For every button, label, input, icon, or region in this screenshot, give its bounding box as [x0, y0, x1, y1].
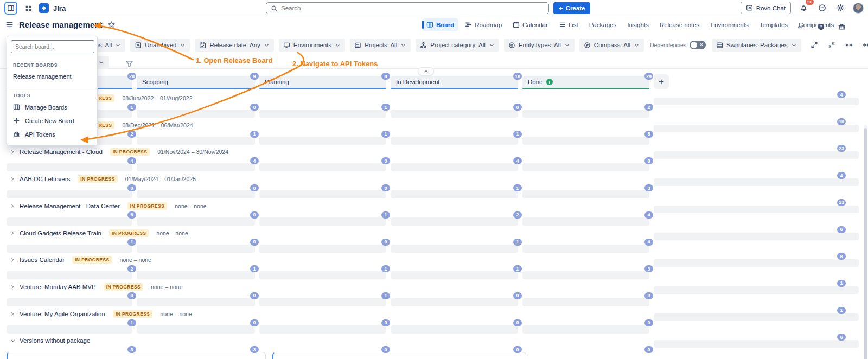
chevron-right-icon[interactable] — [10, 149, 18, 155]
chevron-right-icon[interactable] — [10, 230, 18, 236]
menu-item-manage-boards[interactable]: Manage Boards — [7, 100, 97, 114]
filter-release-date-any[interactable]: Release date: Any — [195, 39, 273, 52]
api-bank-button[interactable] — [835, 21, 847, 33]
board-columns-icon — [13, 104, 20, 111]
narrow-columns-button[interactable] — [860, 39, 868, 51]
row-title[interactable]: Cloud Gadgets Release TrainIN PROGRESSno… — [0, 227, 188, 239]
version-card[interactable] — [7, 352, 266, 359]
tab-packages[interactable]: Packages — [585, 19, 621, 31]
tab-environments[interactable]: Environments — [706, 19, 752, 31]
tab-calendar[interactable]: Calendar — [508, 18, 552, 31]
question-circle-button[interactable]: ? — [815, 21, 827, 33]
release-board: + 20Scopping9Planning8In Development10Do… — [0, 54, 868, 359]
board-filter-button[interactable] — [123, 57, 135, 69]
favorite-star-icon[interactable] — [107, 21, 116, 29]
lane-count-badge: 2 — [513, 211, 522, 219]
notifications-button[interactable]: 9+ — [797, 2, 809, 14]
vertical-scrollbar[interactable] — [864, 125, 867, 359]
tab-list[interactable]: List — [554, 18, 583, 31]
funnel-icon — [125, 60, 133, 68]
version-card[interactable] — [272, 352, 526, 359]
lane-count-badge: 1 — [381, 211, 390, 219]
filter-entity-types-all[interactable]: Entity types: All — [504, 39, 575, 52]
column-header-done[interactable]: Donei — [522, 76, 649, 88]
filter-compass-all[interactable]: Compass: All — [579, 39, 644, 52]
row-title[interactable]: Versions without package — [0, 335, 90, 347]
help-icon: ? — [818, 4, 826, 12]
lane-bar — [522, 190, 649, 198]
user-avatar[interactable] — [853, 3, 864, 14]
tab-release-notes[interactable]: Release notes — [655, 19, 704, 31]
lane-count-badge: 0 — [644, 319, 653, 326]
column-header-scopping[interactable]: Scopping — [137, 76, 255, 88]
target-icon — [508, 42, 515, 49]
tab-board[interactable]: Board — [422, 18, 458, 31]
chevron-right-icon[interactable] — [10, 257, 18, 262]
add-column-button[interactable]: + — [654, 74, 669, 89]
collapse-column-button[interactable] — [418, 67, 434, 75]
board-search-input[interactable] — [11, 40, 94, 53]
column-underline — [391, 88, 518, 89]
overflow-lane-bar — [654, 286, 859, 294]
row-title[interactable]: Venture: My Agile OrganizationIN PROGRES… — [0, 308, 192, 320]
widen-columns-button[interactable] — [843, 39, 855, 51]
lane-count-badge: 3 — [250, 346, 259, 353]
filter-projects-all[interactable]: Projects: All — [350, 39, 411, 52]
row-title[interactable]: AAB DC LeftoversIN PROGRESS01/May/2024 –… — [0, 173, 196, 185]
tab-roadmap[interactable]: Roadmap — [461, 18, 506, 31]
chevron-right-icon[interactable] — [10, 203, 18, 209]
row-title[interactable]: Issues CalendarIN PROGRESSnone – none — [0, 254, 151, 266]
column-header-in-development[interactable]: In Development — [391, 76, 518, 88]
hamburger-menu-icon[interactable] — [5, 21, 14, 29]
collapse-diagonal-button[interactable] — [826, 39, 838, 51]
link-button[interactable] — [794, 21, 806, 33]
release-name: Release Management - Data Center — [20, 203, 120, 209]
help-button[interactable]: ? — [816, 2, 828, 14]
filter-environments[interactable]: Environments — [279, 39, 345, 52]
lane-count-badge: 3 — [127, 346, 136, 353]
rovo-chat-icon — [746, 4, 753, 11]
sidebar-toggle-button[interactable] — [4, 2, 17, 15]
settings-button[interactable] — [834, 2, 846, 14]
chevron-down-icon[interactable] — [10, 338, 18, 344]
lane-bar — [259, 110, 386, 118]
row-title[interactable]: Venture: Monday AAB MVPIN PROGRESSnone –… — [0, 281, 183, 293]
overflow-lane-bar — [654, 340, 859, 348]
filter-unarchived[interactable]: Unarchived — [130, 39, 190, 52]
column-header-planning[interactable]: Planning — [259, 76, 386, 88]
rovo-chat-button[interactable]: Rovo Chat — [741, 2, 791, 14]
chevron-right-icon[interactable] — [10, 311, 18, 317]
search-input[interactable] — [281, 5, 544, 11]
filter-bar: Statuses: AllUnarchivedRelease date: Any… — [0, 35, 868, 54]
row-title[interactable]: Release Management - CloudIN PROGRESS01/… — [0, 146, 228, 158]
dependencies-control: Dependencies✕ — [649, 41, 707, 49]
global-search[interactable] — [266, 2, 549, 14]
overflow-lane-bar — [654, 206, 859, 213]
status-lozenge: IN PROGRESS — [78, 175, 117, 183]
scrollbar-thumb[interactable] — [864, 128, 867, 359]
menu-item-release-management[interactable]: Release management — [7, 70, 97, 83]
create-button[interactable]: + Create — [553, 2, 590, 14]
expand-diagonal-button[interactable] — [808, 39, 820, 51]
tab-templates[interactable]: Templates — [755, 19, 792, 31]
status-lozenge: IN PROGRESS — [104, 283, 143, 291]
lane-bar — [391, 271, 518, 279]
chevron-down-icon — [180, 42, 186, 48]
release-dates: none – none — [120, 257, 151, 263]
plus-icon: + — [559, 4, 563, 12]
lane-bar — [7, 163, 132, 171]
filter-project-category-all[interactable]: Project category: All — [416, 39, 499, 52]
swimlanes-selector[interactable]: Swimlanes: Packages — [712, 39, 801, 52]
app-switcher-button[interactable] — [22, 2, 35, 15]
row-title[interactable]: Release Management - Data CenterIN PROGR… — [0, 200, 207, 212]
dependencies-label: Dependencies — [650, 42, 686, 48]
dependencies-toggle[interactable]: ✕ — [690, 41, 706, 49]
jira-logo[interactable] — [39, 3, 49, 13]
chevron-right-icon[interactable] — [10, 284, 18, 290]
chevron-right-icon[interactable] — [10, 176, 18, 182]
lane-count-badge: 3 — [644, 184, 653, 191]
tab-insights[interactable]: Insights — [623, 19, 653, 31]
menu-item-create-new-board[interactable]: Create New Board — [7, 114, 97, 127]
lane-count-badge: 1 — [513, 265, 522, 272]
menu-item-api-tokens[interactable]: API Tokens — [7, 127, 97, 141]
